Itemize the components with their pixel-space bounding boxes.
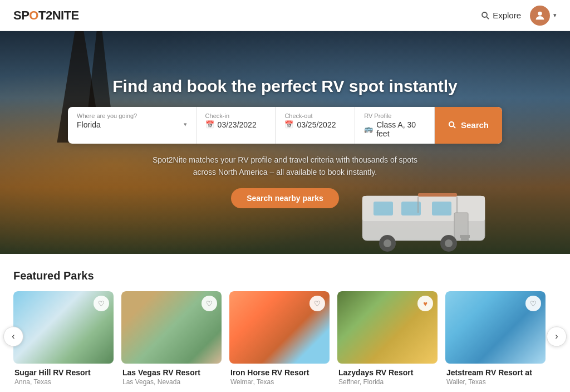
hero-section: Find and book the perfect RV spot instan… [0,31,570,254]
favorite-button[interactable]: ♡ [94,296,109,311]
park-image: ♡ [13,291,114,364]
carousel-prev-button[interactable]: ‹ [3,326,23,346]
featured-parks-section: Featured Parks ‹ ♡ Sugar Hill RV Resort … [0,254,570,392]
park-location: Seffner, Florida [338,378,436,386]
hero-title: Find and book the perfect RV spot instan… [112,77,458,96]
svg-point-12 [445,239,453,247]
user-menu[interactable]: ▾ [530,6,557,26]
svg-point-2 [538,11,542,15]
park-image: ♡ [445,291,546,364]
checkout-field[interactable]: Check-out 📅 03/25/2022 [276,107,355,144]
park-image: ♥ [337,291,438,364]
explore-label: Explore [493,11,521,20]
search-label: Search [461,120,489,130]
svg-point-18 [449,122,454,126]
park-info: Iron Horse RV Resort Weimar, Texas [229,364,330,386]
parks-carousel: ♡ Sugar Hill RV Resort Anna, Texas ♡ Las… [13,291,557,386]
logo-highlight: O [29,8,38,22]
nav-right: Explore ▾ [481,6,557,26]
checkin-value: 03/23/2022 [218,120,257,129]
explore-button[interactable]: Explore [481,11,521,20]
calendar-icon: 📅 [205,120,214,129]
favorite-button[interactable]: ♡ [202,296,217,311]
site-logo[interactable]: SPOT2NITE [13,8,79,23]
search-bar: Where are you going? Florida ▾ Check-in … [68,107,502,144]
rv-profile-label: RV Profile [364,112,425,119]
checkout-value: 03/25/2022 [297,120,336,129]
search-button[interactable]: Search [435,107,502,144]
park-location: Weimar, Texas [230,378,328,386]
rv-profile-value: Class A, 30 feet [376,120,425,138]
checkin-label: Check-in [205,112,267,119]
navbar: SPOT2NITE Explore ▾ [0,0,570,31]
park-card: ♡ Iron Horse RV Resort Weimar, Texas [229,291,330,386]
park-name: Jetstream RV Resort at [446,368,544,377]
park-info: Lazydays RV Resort Seffner, Florida [337,364,438,386]
avatar [530,6,550,26]
featured-title: Featured Parks [13,270,557,282]
park-card: ♡ Las Vegas RV Resort Las Vegas, Nevada [121,291,222,386]
park-location: Anna, Texas [14,378,112,386]
search-icon [481,11,490,20]
park-card: ♥ Lazydays RV Resort Seffner, Florida [337,291,438,386]
destination-label: Where are you going? [77,112,187,119]
search-nearby-button[interactable]: Search nearby parks [231,188,339,208]
favorite-button[interactable]: ♥ [417,296,433,311]
search-icon [448,121,456,129]
hero-subtitle: Spot2Nite matches your RV profile and tr… [140,154,430,179]
svg-rect-14 [461,238,469,241]
carousel-next-button[interactable]: › [547,326,567,346]
destination-value: Florida [77,120,180,129]
svg-line-19 [454,126,455,128]
park-card: ♡ Jetstream RV Resort at Waller, Texas [445,291,546,386]
svg-line-1 [487,17,489,19]
svg-point-0 [482,12,487,17]
park-info: Las Vegas RV Resort Las Vegas, Nevada [121,364,222,386]
park-image: ♡ [121,291,222,364]
park-name: Sugar Hill RV Resort [14,368,112,377]
favorite-button[interactable]: ♡ [309,296,325,311]
calendar-icon: 📅 [284,120,293,129]
chevron-down-icon: ▾ [184,121,187,128]
favorite-button[interactable]: ♡ [525,296,541,311]
park-name: Las Vegas RV Resort [122,368,220,377]
park-name: Iron Horse RV Resort [230,368,328,377]
park-name: Lazydays RV Resort [338,368,436,377]
checkin-field[interactable]: Check-in 📅 03/23/2022 [196,107,276,144]
svg-rect-13 [460,235,470,238]
park-card: ♡ Sugar Hill RV Resort Anna, Texas [13,291,114,386]
rv-icon: 🚌 [364,125,373,133]
park-location: Waller, Texas [446,378,544,386]
checkout-label: Check-out [284,112,346,119]
destination-field[interactable]: Where are you going? Florida ▾ [68,107,196,144]
rv-profile-field[interactable]: RV Profile 🚌 Class A, 30 feet [355,107,435,144]
parks-carousel-wrapper: ‹ ♡ Sugar Hill RV Resort Anna, Texas ♡ L… [13,291,557,386]
chevron-down-icon: ▾ [553,12,557,19]
hero-content: Find and book the perfect RV spot instan… [0,77,570,209]
park-image: ♡ [229,291,330,364]
park-info: Jetstream RV Resort at Waller, Texas [445,364,546,386]
park-info: Sugar Hill RV Resort Anna, Texas [13,364,114,386]
park-location: Las Vegas, Nevada [122,378,220,386]
svg-point-10 [384,239,391,247]
